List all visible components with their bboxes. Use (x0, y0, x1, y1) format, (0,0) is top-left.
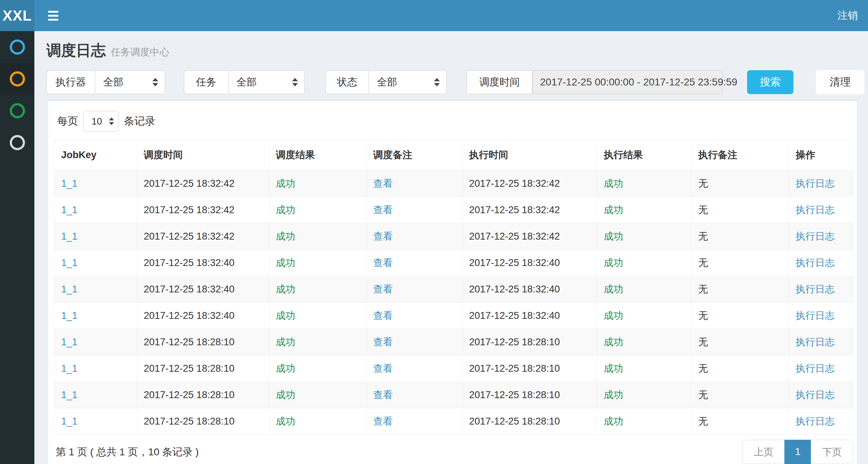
main-content: 调度日志任务调度中心 执行器 全部 任务 全部 状态 全部 (34, 31, 868, 464)
trigger-time-range-input[interactable]: 2017-12-25 00:00:00 - 2017-12-25 23:59:5… (532, 70, 723, 94)
log-table-header: JobKey调度时间调度结果调度备注执行时间执行结果执行备注操作 (55, 140, 854, 170)
trigger-time-cell: 2017-12-25 18:32:42 (144, 231, 235, 242)
trigger-msg-link[interactable]: 查看 (373, 310, 393, 321)
page-subtitle: 任务调度中心 (111, 47, 169, 58)
executor-select[interactable]: 全部 (95, 70, 165, 94)
job-key-link[interactable]: 1_1 (61, 284, 77, 295)
job-key-link[interactable]: 1_1 (61, 416, 77, 427)
handle-result-cell: 成功 (604, 231, 623, 242)
page-size-select[interactable]: 10 (83, 111, 119, 132)
execution-log-link[interactable]: 执行日志 (796, 363, 835, 374)
trigger-result-cell: 成功 (276, 337, 295, 347)
hamburger-bar (48, 19, 58, 21)
sidebar-item-1[interactable] (0, 31, 34, 63)
execution-log-link[interactable]: 执行日志 (796, 310, 835, 321)
execution-log-link[interactable]: 执行日志 (796, 416, 835, 427)
status-select-value: 全部 (377, 75, 397, 89)
job-key-link[interactable]: 1_1 (61, 337, 77, 347)
table-footer: 第 1 页 ( 总共 1 页，10 条记录 ) 上页 1 下页 (54, 440, 853, 464)
trigger-msg-link[interactable]: 查看 (373, 416, 393, 427)
job-key-link[interactable]: 1_1 (61, 389, 77, 400)
job-select[interactable]: 全部 (228, 70, 305, 94)
column-header-7: 执行备注 (692, 140, 789, 170)
trigger-time-filter-label: 调度时间 (467, 70, 532, 94)
job-filter-label: 任务 (184, 70, 228, 94)
filter-toolbar: 执行器 全部 任务 全部 状态 全部 (34, 65, 868, 100)
trigger-msg-link[interactable]: 查看 (373, 389, 393, 400)
execution-log-link[interactable]: 执行日志 (796, 257, 835, 268)
trigger-msg-link[interactable]: 查看 (373, 257, 393, 268)
execution-log-link-container: 执行日志 (789, 303, 854, 329)
trigger-time-cell-container: 2017-12-25 18:28:10 (137, 355, 269, 382)
handle-result-cell-container: 成功 (597, 329, 692, 355)
job-key-link[interactable]: 1_1 (61, 178, 77, 189)
handle-result-cell-container: 成功 (597, 197, 692, 223)
handle-time-cell: 2017-12-25 18:28:10 (469, 416, 560, 427)
trigger-time-cell: 2017-12-25 18:28:10 (144, 416, 235, 427)
trigger-result-cell-container: 成功 (269, 197, 367, 223)
trigger-msg-link[interactable]: 查看 (373, 363, 393, 374)
job-filter-group: 任务 全部 (184, 70, 305, 94)
search-button[interactable]: 搜索 (747, 70, 793, 94)
trigger-time-cell-container: 2017-12-25 18:32:40 (137, 250, 269, 276)
handle-time-cell: 2017-12-25 18:32:40 (469, 257, 560, 268)
top-navbar: XXL 注销 (0, 0, 868, 31)
job-key-link-container: 1_1 (55, 382, 137, 408)
job-key-link[interactable]: 1_1 (61, 363, 77, 374)
sidebar-toggle-icon[interactable] (45, 7, 62, 24)
clear-button[interactable]: 清理 (816, 70, 864, 94)
trigger-result-cell: 成功 (276, 389, 295, 400)
trigger-time-cell: 2017-12-25 18:32:42 (144, 204, 235, 215)
handle-result-cell: 成功 (604, 178, 623, 189)
execution-log-link[interactable]: 执行日志 (796, 231, 835, 242)
handle-result-cell: 成功 (604, 310, 623, 321)
status-select[interactable]: 全部 (368, 70, 447, 94)
column-header-8: 操作 (789, 140, 854, 170)
job-key-link-container: 1_1 (55, 223, 137, 250)
current-page-button[interactable]: 1 (784, 440, 811, 464)
page-header: 调度日志任务调度中心 (34, 31, 868, 65)
trigger-msg-link[interactable]: 查看 (373, 204, 393, 215)
execution-log-link[interactable]: 执行日志 (796, 337, 835, 347)
next-page-button[interactable]: 下页 (811, 440, 853, 464)
handle-time-cell-container: 2017-12-25 18:32:42 (463, 223, 597, 250)
trigger-msg-link-container: 查看 (367, 329, 463, 355)
trigger-msg-link[interactable]: 查看 (373, 231, 393, 242)
trigger-time-cell-container: 2017-12-25 18:28:10 (137, 382, 269, 408)
execution-log-link[interactable]: 执行日志 (796, 204, 835, 215)
trigger-result-cell-container: 成功 (269, 250, 367, 276)
log-table-row: 1_12017-12-25 18:32:40成功查看2017-12-25 18:… (55, 276, 854, 303)
trigger-msg-link[interactable]: 查看 (373, 337, 393, 347)
log-panel: 每页 10 条记录 JobKey调度时间调度结果调度备注执行时间执行结果执行备注… (48, 100, 857, 464)
job-key-link[interactable]: 1_1 (61, 257, 77, 268)
trigger-result-cell: 成功 (276, 257, 295, 268)
job-key-link[interactable]: 1_1 (61, 310, 77, 321)
trigger-time-cell: 2017-12-25 18:28:10 (144, 389, 235, 400)
sidebar-item-3[interactable] (0, 95, 34, 127)
trigger-msg-link-container: 查看 (367, 408, 463, 435)
sidebar-item-2[interactable] (0, 63, 34, 95)
job-key-link[interactable]: 1_1 (61, 204, 77, 215)
trigger-msg-link[interactable]: 查看 (373, 178, 393, 189)
trigger-msg-link[interactable]: 查看 (373, 284, 393, 295)
circle-outline-icon (10, 71, 25, 87)
handle-time-cell-container: 2017-12-25 18:32:42 (463, 170, 597, 197)
execution-log-link[interactable]: 执行日志 (796, 178, 835, 189)
handle-msg-cell: 无 (698, 363, 708, 374)
page-size-value: 10 (92, 116, 102, 127)
sidebar-item-4[interactable] (0, 127, 34, 159)
logout-link[interactable]: 注销 (838, 9, 858, 22)
trigger-result-cell: 成功 (276, 178, 295, 189)
trigger-msg-link-container: 查看 (367, 250, 463, 276)
handle-msg-cell: 无 (698, 178, 708, 189)
execution-log-link[interactable]: 执行日志 (796, 389, 835, 400)
execution-log-link[interactable]: 执行日志 (796, 284, 835, 295)
prev-page-button[interactable]: 上页 (742, 440, 785, 464)
execution-log-link-container: 执行日志 (789, 329, 854, 355)
handle-time-cell-container: 2017-12-25 18:32:40 (463, 303, 597, 329)
job-key-link[interactable]: 1_1 (61, 231, 77, 242)
handle-result-cell-container: 成功 (597, 276, 692, 303)
handle-time-cell-container: 2017-12-25 18:28:10 (463, 408, 597, 435)
trigger-result-cell-container: 成功 (269, 276, 367, 303)
hamburger-bar (48, 15, 58, 17)
